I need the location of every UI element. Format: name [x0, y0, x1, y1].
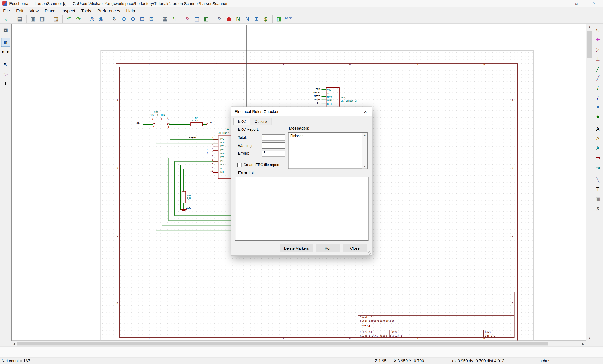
redraw-button[interactable]: ↻ [110, 14, 119, 23]
footprint-editor-button[interactable]: ◧ [201, 14, 211, 23]
error-list-box[interactable] [235, 176, 368, 241]
close-button[interactable]: ✕ [585, 0, 603, 7]
symbol-fields-table-icon: ⊞ [254, 16, 259, 21]
tab-options[interactable]: Options [250, 118, 272, 125]
delete-markers-button[interactable]: Delete Markers [279, 244, 313, 252]
run-erc-button[interactable]: ● [224, 14, 233, 23]
menu-tools[interactable]: Tools [78, 8, 94, 14]
crosshair-cursor-icon: + [4, 81, 8, 86]
back-annotate-button[interactable]: BACK [284, 14, 293, 23]
zoom-out-button[interactable]: ⊖ [128, 14, 138, 23]
navigate-hierarchy-button[interactable]: ▦ [160, 14, 170, 23]
symbol-browser-button[interactable]: ◫ [192, 14, 201, 23]
resize-grip[interactable] [368, 251, 371, 255]
menu-edit[interactable]: Edit [13, 8, 26, 14]
menu-place[interactable]: Place [42, 8, 58, 14]
minimize-button[interactable]: – [550, 0, 568, 7]
export-netlist-button[interactable]: N [243, 14, 252, 23]
generate-netlist-button[interactable]: N [233, 14, 243, 23]
undo-button[interactable]: ↶ [65, 14, 74, 23]
component-outline [169, 124, 171, 125]
maximize-button[interactable]: □ [568, 0, 585, 7]
zoom-in-button[interactable]: ⊕ [119, 14, 128, 23]
messages-box[interactable]: Finished ▲ ▼ [288, 132, 368, 169]
line-tool-button[interactable]: ╲ [593, 175, 602, 184]
symbol-editor-button[interactable]: ✎ [183, 14, 192, 23]
assign-footprints-button[interactable]: ◨ [275, 14, 284, 23]
create-erc-report-checkbox[interactable]: Create ERC file report [237, 163, 279, 167]
sheet-pin-tool-button[interactable]: ⇥ [593, 163, 602, 172]
run-button[interactable]: Run [316, 244, 340, 252]
titlebar[interactable]: Eeschema — LarsonScanner [/] — C:\Users\… [0, 0, 603, 7]
place-symbol-tool-button[interactable]: ▷ [593, 45, 602, 54]
cursor-tool-icon: ↖ [596, 27, 600, 33]
messages-scrollbar[interactable]: ▲ ▼ [362, 133, 367, 169]
zoom-fit-button[interactable]: ⊡ [138, 14, 147, 23]
menu-help[interactable]: Help [123, 8, 138, 14]
cursor-shape-button[interactable]: ↖ [1, 60, 10, 69]
menu-view[interactable]: View [26, 8, 42, 14]
vertical-scroll-thumb[interactable] [587, 31, 592, 58]
highlight-net-tool-button[interactable]: ✚ [593, 35, 602, 44]
menu-inspect[interactable]: Inspect [58, 8, 78, 14]
save-button[interactable]: ↓ [1, 14, 11, 23]
wire-to-bus-entry-tool-button[interactable]: / [593, 83, 602, 92]
page-settings-button[interactable]: ▤ [15, 14, 24, 23]
horizontal-scroll-thumb[interactable] [17, 342, 548, 346]
crosshair-cursor-button[interactable]: + [1, 79, 10, 88]
bus-to-bus-entry-tool-button[interactable]: / [593, 93, 602, 102]
place-power-tool-button[interactable]: ⊥ [593, 54, 602, 63]
menu-preferences[interactable]: Preferences [94, 8, 123, 14]
show-hidden-pins-button[interactable]: ▷ [1, 69, 10, 79]
place-wire-tool-button[interactable]: ╱ [593, 64, 602, 73]
print-button[interactable]: ▣ [28, 14, 38, 23]
file-name: File: LarsonScanner.sch [360, 319, 394, 322]
leave-sheet-button[interactable]: ↰ [170, 14, 179, 23]
symbol-fields-table-button[interactable]: ⊞ [252, 14, 261, 23]
plot-button[interactable]: ▥ [38, 14, 47, 23]
annotate-button[interactable]: ✎ [215, 14, 224, 23]
scroll-left-icon[interactable]: ◀ [11, 341, 17, 346]
units-inches-button[interactable]: in [1, 38, 10, 47]
scroll-down-icon[interactable]: ▼ [586, 335, 592, 341]
find-button[interactable]: ◎ [87, 14, 96, 23]
units-mm-button[interactable]: mm [1, 47, 10, 57]
sheet-id: Id: 1/1 [485, 334, 495, 337]
dialog-close-icon[interactable]: ✕ [359, 107, 372, 116]
redo-button[interactable]: ↷ [74, 14, 83, 23]
net-label-tool-button[interactable]: A [593, 124, 602, 133]
hierarchical-label-tool-button[interactable]: A [593, 143, 602, 153]
right-toolbar: ↖✚▷⊥╱╱//✕●AAA▭⇥╲T▣✗ [592, 24, 603, 341]
menu-file[interactable]: File [0, 8, 13, 14]
scroll-down-icon[interactable]: ▼ [362, 165, 367, 168]
scroll-up-icon[interactable]: ▲ [586, 24, 592, 30]
close-button[interactable]: Close [343, 244, 368, 252]
field-input[interactable]: 0 [262, 134, 285, 141]
find-replace-button[interactable]: ◉ [96, 14, 106, 23]
wire-segment [322, 103, 326, 104]
horizontal-scrollbar[interactable]: ◀ ▶ [11, 341, 586, 346]
text-tool-button[interactable]: T [593, 185, 602, 194]
wire-segment [180, 165, 181, 211]
grid-toggle-button[interactable]: ▦ [1, 25, 10, 35]
no-connect-tool-button[interactable]: ✕ [593, 102, 602, 112]
scroll-right-icon[interactable]: ▶ [580, 341, 586, 346]
dialog-title[interactable]: Electrical Rules Checker [231, 107, 372, 116]
field-input[interactable]: 0 [262, 142, 285, 149]
paste-button[interactable]: ▨ [51, 14, 60, 23]
vertical-scrollbar[interactable]: ▲ ▼ [586, 24, 592, 341]
scroll-up-icon[interactable]: ▲ [362, 133, 367, 136]
place-bus-tool-button[interactable]: ╱ [593, 73, 602, 83]
generate-bom-button[interactable]: $ [261, 14, 270, 23]
cursor-tool-button[interactable]: ↖ [593, 25, 602, 35]
global-label-tool-button[interactable]: A [593, 134, 602, 143]
wire-segment [168, 220, 232, 221]
sheet-tool-button[interactable]: ▭ [593, 153, 602, 162]
zoom-selection-button[interactable]: ⊠ [147, 14, 156, 23]
tab-erc[interactable]: ERC [233, 118, 250, 125]
checkbox-box[interactable] [237, 163, 241, 167]
field-input[interactable]: 0 [262, 150, 285, 156]
junction-tool-button[interactable]: ● [593, 112, 602, 121]
image-tool-button[interactable]: ▣ [593, 194, 602, 204]
delete-tool-button[interactable]: ✗ [593, 204, 602, 213]
